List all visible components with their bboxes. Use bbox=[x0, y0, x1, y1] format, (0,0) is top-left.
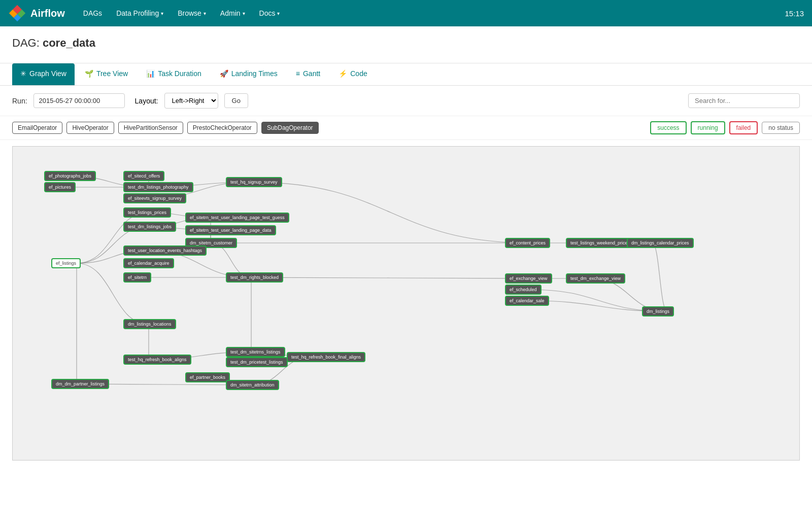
nav-browse[interactable]: Browse ▾ bbox=[172, 5, 212, 21]
graph-node-n32[interactable]: dm_dm_partner_listings bbox=[51, 379, 109, 389]
main-content: DAG: core_data ✳ Graph View 🌱 Tree View … bbox=[0, 26, 812, 529]
graph-node-n31[interactable]: dm_sitetrn_attribution bbox=[226, 380, 279, 390]
status-success: success bbox=[650, 121, 686, 134]
brand-name: Airflow bbox=[30, 8, 65, 19]
navbar: Airflow DAGs Data Profiling ▾ Browse ▾ A… bbox=[0, 0, 812, 26]
code-icon: ⚡ bbox=[339, 69, 347, 78]
run-input[interactable] bbox=[33, 93, 125, 108]
graph-node-n27[interactable]: test_dm_sitetrns_listings bbox=[226, 347, 285, 357]
legend-hive-operator[interactable]: HiveOperator bbox=[66, 122, 114, 134]
graph-node-n9[interactable]: ef_sitetrn_test_user_landing_page_test_g… bbox=[185, 213, 289, 223]
status-no-status: no status bbox=[762, 122, 800, 134]
graph-node-n22[interactable]: ef_scheduled bbox=[505, 285, 542, 295]
landing-times-icon: 🚀 bbox=[220, 69, 228, 78]
graph-node-n4[interactable]: test_dm_listings_photography bbox=[123, 182, 193, 192]
admin-dropdown-icon: ▾ bbox=[243, 11, 245, 16]
legend-presto-check-operator[interactable]: PrestoCheckOperator bbox=[187, 122, 257, 134]
graph-node-n7[interactable]: test_listings_prices bbox=[123, 207, 171, 218]
data-profiling-dropdown-icon: ▾ bbox=[161, 11, 163, 16]
browse-dropdown-icon: ▾ bbox=[204, 11, 206, 16]
graph-node-n25[interactable]: dm_listings_locations bbox=[123, 319, 176, 329]
legend-subdag-operator[interactable]: SubDagOperator bbox=[261, 122, 319, 134]
nav-dags[interactable]: DAGs bbox=[77, 5, 108, 21]
dag-title: DAG: core_data bbox=[12, 37, 800, 50]
graph-node-n30[interactable]: ef_partner_books bbox=[185, 372, 230, 382]
page-header: DAG: core_data bbox=[0, 26, 812, 63]
graph-node-n23[interactable]: ef_calendar_sale bbox=[505, 296, 549, 306]
graph-canvas: ef_photographs_jobsef_picturesef_sitecd_… bbox=[12, 146, 800, 461]
graph-node-n28[interactable]: test_dm_pricetest_listings bbox=[226, 357, 288, 367]
graph-node-n20[interactable]: ef_exchange_view bbox=[505, 273, 552, 284]
tab-graph-view[interactable]: ✳ Graph View bbox=[12, 63, 75, 85]
graph-node-n10[interactable]: ef_sitetrn_test_user_landing_page_data bbox=[185, 225, 276, 235]
graph-node-n12[interactable]: test_user_location_events_hashtags bbox=[123, 245, 207, 256]
graph-view-icon: ✳ bbox=[20, 69, 26, 78]
graph-node-n21[interactable]: test_dm_exchange_view bbox=[566, 273, 625, 284]
graph-node-n15[interactable]: ef_listings bbox=[51, 258, 81, 268]
status-failed: failed bbox=[729, 121, 758, 134]
legend-row: EmailOperator HiveOperator HivePartition… bbox=[0, 116, 812, 140]
task-duration-icon: 📊 bbox=[146, 69, 155, 78]
graph-node-n6[interactable]: test_hq_signup_survey bbox=[226, 177, 282, 187]
graph-node-n8[interactable]: test_dm_listings_jobs bbox=[123, 222, 176, 232]
graph-node-n19[interactable]: dm_listings_calendar_prices bbox=[627, 238, 694, 248]
controls-row: Run: Layout: Left->Right Go bbox=[0, 86, 812, 116]
graph-node-n5[interactable]: ef_siteevts_signup_survey bbox=[123, 193, 186, 203]
brand-logo[interactable]: Airflow bbox=[8, 4, 65, 22]
tab-landing-times[interactable]: 🚀 Landing Times bbox=[212, 63, 286, 85]
search-input[interactable] bbox=[688, 93, 800, 108]
nav-links: DAGs Data Profiling ▾ Browse ▾ Admin ▾ D… bbox=[77, 5, 785, 21]
run-label: Run: bbox=[12, 97, 27, 105]
graph-node-n13[interactable]: ef_calendar_acquire bbox=[123, 258, 174, 268]
layout-select[interactable]: Left->Right bbox=[164, 93, 218, 109]
gantt-icon: ≡ bbox=[296, 69, 300, 78]
nav-data-profiling[interactable]: Data Profiling ▾ bbox=[110, 5, 170, 21]
graph-node-n29[interactable]: test_hq_refresh_book_final_aligns bbox=[287, 352, 365, 362]
legend-email-operator[interactable]: EmailOperator bbox=[12, 122, 62, 134]
airflow-logo-icon bbox=[8, 4, 26, 22]
tree-view-icon: 🌱 bbox=[85, 69, 93, 78]
tab-task-duration[interactable]: 📊 Task Duration bbox=[138, 63, 210, 85]
graph-node-n18[interactable]: test_listings_weekend_prices bbox=[566, 238, 634, 248]
navbar-time: 15:13 bbox=[785, 9, 804, 18]
tab-code[interactable]: ⚡ Code bbox=[330, 63, 375, 85]
tab-tree-view[interactable]: 🌱 Tree View bbox=[77, 63, 136, 85]
graph-node-n14[interactable]: ef_sitetrn bbox=[123, 272, 151, 283]
graph-node-n17[interactable]: ef_content_prices bbox=[505, 238, 550, 248]
nav-admin[interactable]: Admin ▾ bbox=[214, 5, 251, 21]
graph-node-n16[interactable]: test_dm_rights_blocked bbox=[226, 272, 283, 283]
graph-node-n3[interactable]: ef_sitecd_offers bbox=[123, 171, 164, 181]
go-button[interactable]: Go bbox=[224, 93, 248, 108]
tab-bar: ✳ Graph View 🌱 Tree View 📊 Task Duration… bbox=[0, 63, 812, 86]
layout-label: Layout: bbox=[135, 97, 158, 105]
graph-node-n26[interactable]: test_hq_refresh_book_aligns bbox=[123, 355, 191, 365]
legend-hive-partition-sensor[interactable]: HivePartitionSensor bbox=[118, 122, 183, 134]
graph-node-n24[interactable]: dm_listings bbox=[642, 306, 674, 316]
graph-node-n1[interactable]: ef_photographs_jobs bbox=[44, 171, 96, 181]
status-running: running bbox=[691, 121, 725, 134]
graph-node-n2[interactable]: ef_pictures bbox=[44, 182, 76, 192]
nav-docs[interactable]: Docs ▾ bbox=[253, 5, 286, 21]
docs-dropdown-icon: ▾ bbox=[277, 11, 280, 16]
tab-gantt[interactable]: ≡ Gantt bbox=[288, 63, 328, 85]
